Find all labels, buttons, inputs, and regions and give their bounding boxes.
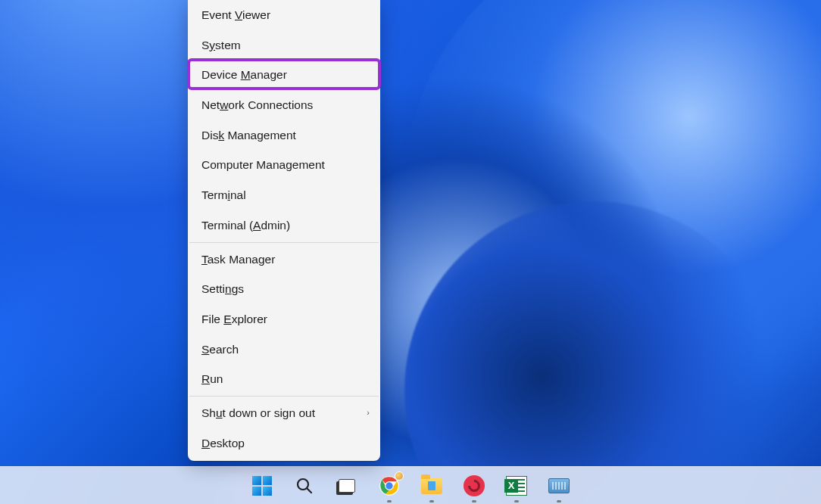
menu-item-terminal[interactable]: Terminal [188,180,380,210]
start-button[interactable] [249,473,275,499]
running-indicator [429,500,434,502]
menu-item-desktop[interactable]: Desktop [188,428,380,459]
winx-context-menu: Event ViewerSystemDevice ManagerNetwork … [188,0,380,461]
svg-line-1 [307,488,311,493]
menu-item-search[interactable]: Search [188,334,380,365]
search-button[interactable] [292,473,317,499]
running-indicator [472,500,476,502]
menu-item-file-explorer[interactable]: File Explorer [188,304,380,334]
menu-item-run[interactable]: Run [188,364,380,394]
chrome-app[interactable] [376,473,402,499]
running-indicator [514,500,519,502]
chevron-right-icon: › [367,407,370,418]
run-app[interactable] [546,473,572,499]
folder-icon [421,478,442,494]
menu-item-system[interactable]: System [188,30,380,61]
taskbar: X [0,466,821,504]
menu-item-terminal-admin[interactable]: Terminal (Admin) [188,210,380,241]
app-icon [464,475,485,496]
menu-item-event-viewer[interactable]: Event Viewer [188,0,380,30]
task-view-icon [339,479,355,493]
desktop-wallpaper: Event ViewerSystemDevice ManagerNetwork … [0,0,821,504]
search-icon [295,477,314,495]
windows-start-icon [252,476,272,496]
menu-separator [189,242,379,243]
run-dialog-icon [548,478,570,493]
menu-item-disk-management[interactable]: Disk Management [188,120,380,151]
pinned-app-red[interactable] [461,473,487,499]
menu-item-device-manager[interactable]: Device Manager [188,60,380,90]
excel-app[interactable]: X [504,473,529,499]
running-indicator [557,500,561,502]
menu-item-network-connections[interactable]: Network Connections [188,90,380,120]
menu-item-task-manager[interactable]: Task Manager [188,244,380,275]
running-indicator [387,500,392,502]
file-explorer-app[interactable] [419,473,445,499]
menu-item-shut-down-or-sign-out[interactable]: Shut down or sign out› [188,398,380,428]
menu-separator [189,396,379,397]
notification-badge [395,471,404,481]
excel-icon: X [506,476,527,496]
menu-item-computer-management[interactable]: Computer Management [188,150,380,180]
task-view-button[interactable] [334,473,360,499]
menu-item-settings[interactable]: Settings [188,274,380,304]
